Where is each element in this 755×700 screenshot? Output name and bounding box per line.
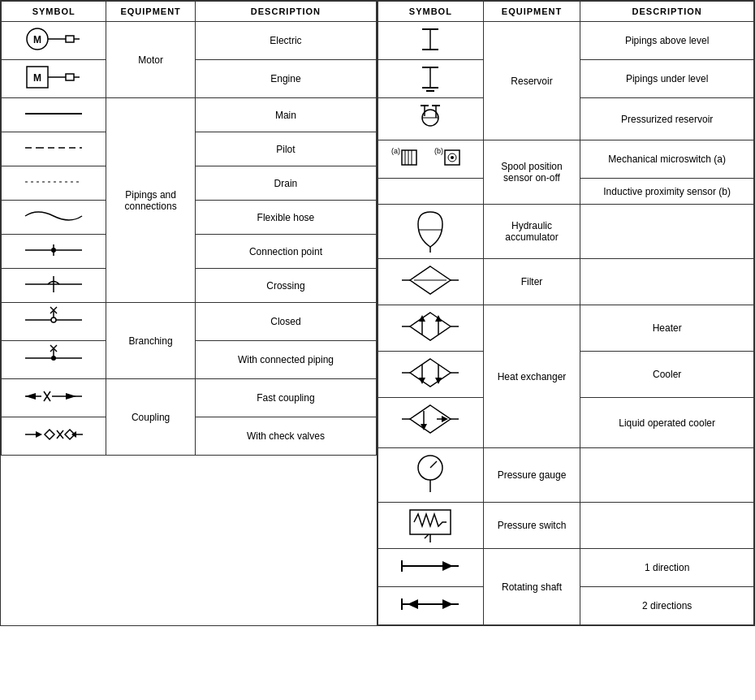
desc-pressure-switch	[580, 503, 754, 549]
table-row: Hydraulic accumulator	[378, 205, 754, 259]
desc-pressurized: Pressurized reservoir	[580, 98, 754, 140]
table-row: Coupling Fast coupling	[2, 379, 377, 417]
left-equip-header: EQUIPMENT	[106, 2, 196, 22]
equip-heat-exchanger: Heat exchanger	[483, 305, 580, 448]
svg-marker-80	[410, 359, 451, 387]
svg-rect-59	[402, 150, 416, 165]
equip-rotating-shaft: Rotating shaft	[483, 549, 580, 625]
symbol-cooler	[378, 352, 484, 398]
desc-hydraulic-acc	[580, 205, 754, 259]
equip-hydraulic-acc: Hydraulic accumulator	[483, 205, 580, 259]
svg-marker-102	[442, 561, 453, 571]
desc-flexible: Flexible hose	[195, 201, 376, 235]
svg-text:M: M	[33, 72, 41, 84]
table-row: M Motor Electric	[2, 22, 377, 60]
desc-connection: Connection point	[195, 235, 376, 269]
svg-point-27	[51, 356, 56, 361]
table-row: Filter	[378, 259, 754, 305]
svg-marker-39	[45, 430, 54, 439]
desc-main: Main	[195, 98, 376, 132]
equip-coupling: Coupling	[106, 379, 196, 456]
svg-marker-73	[410, 313, 451, 340]
svg-point-66	[451, 156, 454, 159]
symbol-liq-cooler	[378, 398, 484, 448]
table-row: Pipings andconnections Main	[2, 98, 377, 132]
symbol-hydraulic-acc	[378, 205, 484, 259]
equip-reservoir: Reservoir	[483, 22, 580, 140]
table-row: Rotating shaft 1 direction	[378, 549, 754, 587]
symbol-spool-a: (a) (b)	[378, 140, 484, 179]
equip-branching: Branching	[106, 303, 196, 379]
symbol-branch-closed	[2, 303, 106, 341]
desc-fast-coupling: Fast coupling	[195, 379, 376, 417]
symbol-pressure-switch	[378, 503, 484, 549]
desc-cooler: Cooler	[580, 352, 754, 398]
equip-spool: Spool position sensor on-off	[483, 140, 580, 205]
svg-text:(a): (a)	[391, 147, 400, 155]
symbol-coupling-check	[2, 417, 106, 456]
symbol-branch-connected	[2, 341, 106, 379]
desc-2dir: 2 directions	[580, 587, 754, 625]
desc-pilot: Pilot	[195, 132, 376, 166]
symbol-rot-2dir	[378, 587, 484, 625]
svg-text:M: M	[33, 34, 41, 45]
symbol-filter	[378, 259, 484, 305]
symbol-pipe-pilot	[2, 132, 106, 166]
desc-engine: Engine	[195, 60, 376, 98]
symbol-rot-1dir	[378, 549, 484, 587]
desc-closed: Closed	[195, 303, 376, 341]
equip-filter: Filter	[483, 259, 580, 305]
desc-under: Pipings under level	[580, 60, 754, 98]
svg-rect-8	[66, 74, 74, 80]
symbol-coupling-fast	[2, 379, 106, 417]
symbol-crossing	[2, 269, 106, 303]
svg-marker-105	[442, 599, 453, 609]
symbol-pipe-flexible	[2, 201, 106, 235]
table-row: Heat exchanger Heater	[378, 305, 754, 352]
svg-line-95	[430, 461, 437, 468]
desc-with-connected: With connected piping	[195, 341, 376, 379]
svg-marker-38	[36, 431, 42, 438]
symbol-res-pressurized	[378, 98, 484, 140]
symbol-res-under	[378, 60, 484, 98]
equip-motor: Motor	[106, 22, 196, 98]
left-desc-header: DESCRIPTION	[195, 2, 376, 22]
equip-pressure-switch: Pressure switch	[483, 503, 580, 549]
desc-pressure-gauge	[580, 448, 754, 503]
symbol-connection	[2, 235, 106, 269]
table-row: (a) (b) Spool position sensor on-off	[378, 140, 754, 179]
symbol-pipe-main	[2, 98, 106, 132]
symbol-motor-electric: M	[2, 22, 106, 60]
desc-heater: Heater	[580, 305, 754, 352]
desc-drain: Drain	[195, 166, 376, 201]
symbol-motor-engine: M	[2, 60, 106, 98]
desc-electric: Electric	[195, 22, 376, 60]
symbol-pressure-gauge	[378, 448, 484, 503]
svg-text:(b): (b)	[434, 147, 443, 155]
desc-check-valves: With check valves	[195, 417, 376, 456]
desc-mech-switch: Mechanical microswitch (a)	[580, 140, 754, 179]
svg-point-22	[51, 318, 56, 322]
table-row: Pressure switch	[378, 503, 754, 549]
equip-pipings: Pipings andconnections	[106, 98, 196, 303]
desc-inductive: Inductive proximity sensor (b)	[580, 179, 754, 205]
table-row: Reservoir Pipings above level	[378, 22, 754, 60]
left-symbol-header: SYMBOL	[2, 2, 106, 22]
svg-rect-3	[66, 36, 74, 42]
desc-liq-cooler: Liquid operated cooler	[580, 398, 754, 448]
symbol-heater	[378, 305, 484, 352]
right-desc-header: DESCRIPTION	[580, 2, 754, 22]
right-equip-header: EQUIPMENT	[483, 2, 580, 22]
svg-marker-106	[408, 599, 418, 609]
desc-crossing: Crossing	[195, 269, 376, 303]
symbol-spool-b	[378, 179, 484, 205]
equip-pressure-gauge: Pressure gauge	[483, 448, 580, 503]
table-row: Branching Closed	[2, 303, 377, 341]
right-symbol-header: SYMBOL	[378, 2, 484, 22]
symbol-pipe-drain	[2, 166, 106, 201]
svg-marker-34	[25, 393, 36, 400]
table-row: Pressure gauge	[378, 448, 754, 503]
symbol-res-above	[378, 22, 484, 60]
desc-above: Pipings above level	[580, 22, 754, 60]
desc-1dir: 1 direction	[580, 549, 754, 587]
